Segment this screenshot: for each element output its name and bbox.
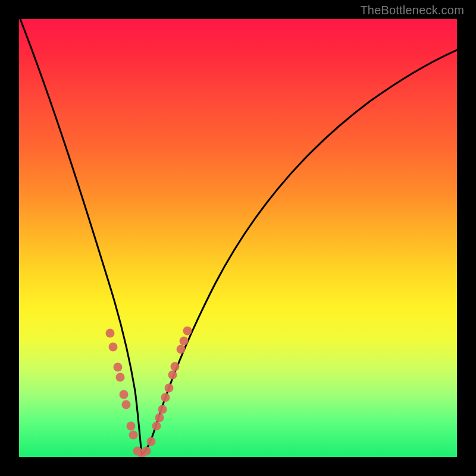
- watermark-text: TheBottleneck.com: [360, 4, 464, 17]
- chart-frame: TheBottleneck.com: [0, 0, 476, 476]
- plot-background: [19, 19, 457, 457]
